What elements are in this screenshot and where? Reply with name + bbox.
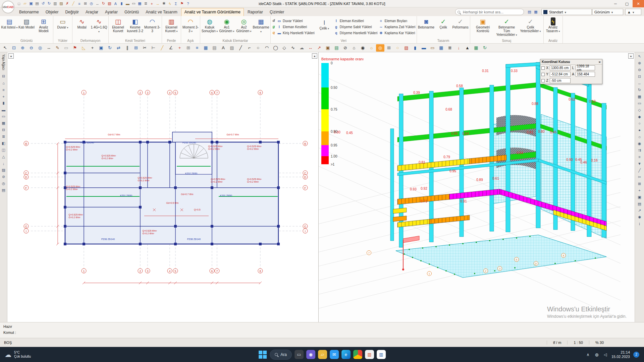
help-icon[interactable]: ?: [185, 1, 191, 6]
foundations-icon[interactable]: ⊟: [0, 127, 7, 133]
view-orientation-button[interactable]: ▲: [628, 53, 634, 59]
veri-item[interactable]: ≡Eleman Boyları: [379, 18, 415, 24]
pencil-icon[interactable]: ✎: [53, 44, 62, 52]
tab-analiz-ve-tasarim-goruntuleme[interactable]: Analiz ve Tasarım Görüntüleme: [181, 8, 244, 16]
command-prompt[interactable]: Komut :: [3, 329, 641, 336]
veri-item[interactable]: qDöşeme Hareketli Yükleri: [334, 30, 378, 36]
mirror-icon[interactable]: ⇄: [114, 44, 123, 52]
tab-araclar[interactable]: Araçlar: [83, 8, 101, 16]
beam-icon[interactable]: ▬: [125, 1, 130, 6]
layers-icon[interactable]: ≡: [636, 154, 643, 160]
pin-panel-icon[interactable]: ▤: [527, 9, 532, 15]
view-orientation-button[interactable]: ▲: [8, 53, 14, 59]
circle-icon[interactable]: ○: [254, 44, 262, 52]
table-icon[interactable]: ▦: [202, 44, 210, 52]
walkthrough-icon[interactable]: ⇉: [636, 147, 643, 154]
new-file-icon[interactable]: □: [16, 1, 22, 6]
mesh-icon[interactable]: ▦: [472, 44, 480, 52]
borders-icon[interactable]: ▤: [210, 44, 219, 52]
minimize-button[interactable]: ─: [610, 0, 621, 7]
analiz-modeli-button[interactable]: ⊞Analiz Modeli: [35, 17, 52, 33]
taskbar-clock[interactable]: 21:1415.02.2023: [611, 350, 630, 359]
image-icon[interactable]: ▤: [332, 44, 341, 52]
z-lock-checkbox[interactable]: [541, 79, 545, 82]
ellipse-icon[interactable]: ◯: [271, 44, 280, 52]
tab-objeler[interactable]: Objeler: [43, 8, 62, 16]
perde-eksenel-button[interactable]: ▥Eksenel Kuvvet: [163, 17, 180, 33]
app-logo[interactable]: ideCAD: [2, 1, 14, 13]
kati-model-button[interactable]: ▧Katı Model: [18, 17, 35, 29]
dimension-icon[interactable]: ↔: [306, 44, 315, 52]
veri-item[interactable]: IEleman Kesitleri: [277, 24, 315, 30]
axis-icon[interactable]: +: [149, 1, 155, 6]
text-icon[interactable]: A: [219, 44, 227, 52]
close-button[interactable]: ✕: [633, 0, 644, 7]
kat-listesi-button[interactable]: ▤Kat listesi: [1, 17, 18, 29]
celik-veri-button[interactable]: IÇelik: [316, 18, 333, 31]
zoom-out-icon[interactable]: ⊖: [636, 66, 643, 73]
slab-icon[interactable]: ▦: [137, 1, 143, 6]
refresh-icon[interactable]: ↻: [481, 44, 489, 52]
rotate-icon[interactable]: ↻: [101, 1, 106, 6]
monitor-app-icon[interactable]: ▭: [294, 350, 304, 359]
zoom-in-icon[interactable]: ⊕: [18, 44, 27, 52]
top-view-icon[interactable]: ▦: [636, 93, 643, 100]
text-icon[interactable]: A: [113, 1, 118, 6]
measure-icon[interactable]: ╱: [70, 1, 76, 6]
sections-icon[interactable]: ⊘: [0, 174, 7, 180]
section-icon[interactable]: ⊘: [341, 44, 350, 52]
eraser-icon[interactable]: ▭: [62, 44, 70, 52]
tab-ayarlar[interactable]: Ayarlar: [102, 8, 121, 16]
y-lock-checkbox[interactable]: [541, 73, 545, 76]
settings-icon[interactable]: ✱: [636, 214, 643, 221]
windows-icon[interactable]: ◫: [0, 147, 7, 154]
length-field[interactable]: 1399.18 cm: [576, 65, 595, 70]
betonarme-kabuk-button[interactable]: ▦Betonarme: [253, 17, 269, 34]
letter-q-icon[interactable]: q: [273, 30, 275, 35]
file-explorer-icon[interactable]: ▱: [318, 350, 327, 359]
front-view-icon[interactable]: ▭: [636, 100, 643, 107]
notification-badge[interactable]: 2: [633, 352, 639, 358]
wall-tool-icon[interactable]: ▭: [428, 44, 437, 52]
volume-icon[interactable]: ◁: [603, 352, 608, 357]
tab-analiz-ve-tasarim[interactable]: Analiz ve Tasarım: [143, 8, 180, 16]
start-button[interactable]: [258, 350, 267, 359]
angle-icon[interactable]: ∠: [167, 44, 175, 52]
kabuk-sonuclari-button[interactable]: ◍Kabuk Sonuçları: [201, 17, 218, 33]
doors-icon[interactable]: ◧: [0, 140, 7, 147]
kesme-kuvveti-button[interactable]: ◧Kesme kuvveti 2-2: [127, 17, 144, 33]
views-icon[interactable]: ◎: [0, 180, 7, 187]
project-tree-icon[interactable]: ⊟: [0, 73, 7, 80]
measure-icon[interactable]: ╱: [158, 44, 166, 52]
trim-icon[interactable]: ✂: [141, 44, 149, 52]
geometri-kontrolu-button[interactable]: ▣Geometri Kontrolü: [471, 17, 495, 33]
scale-indicator[interactable]: 1 : 50: [567, 341, 589, 345]
model-viewport[interactable]: ▲: [319, 52, 635, 322]
sum-icon[interactable]: Σ: [173, 1, 179, 6]
camera-icon[interactable]: ◉: [359, 44, 367, 52]
open-folder-icon[interactable]: ▱: [22, 1, 28, 6]
tab-raporlar[interactable]: Raporlar: [245, 8, 266, 16]
support-icon[interactable]: ▲: [463, 44, 472, 52]
as2-gorunen-button[interactable]: ◎As2 Görünen: [235, 17, 252, 33]
line-icon[interactable]: ╱: [236, 44, 245, 52]
beams-icon[interactable]: ▬: [0, 107, 7, 113]
print-icon[interactable]: ▤: [636, 200, 643, 207]
move-icon[interactable]: +: [88, 44, 97, 52]
x-coordinate-field[interactable]: 1300.85 cm: [550, 65, 571, 70]
move-icon[interactable]: ↔: [95, 1, 100, 6]
duvar-button[interactable]: ▭Duvar: [54, 17, 71, 29]
standart-combo[interactable]: Standart: [541, 9, 592, 15]
z-coordinate-field[interactable]: -50 cm: [550, 78, 571, 83]
view-orientation-button[interactable]: ▲: [312, 53, 317, 59]
zoom-extents-icon[interactable]: ◎: [36, 44, 44, 52]
column-icon[interactable]: ▮: [119, 1, 124, 6]
stairs-icon[interactable]: ≣: [0, 133, 7, 140]
hatch-icon[interactable]: ▨: [228, 44, 236, 52]
zoom-icon[interactable]: ◎: [89, 1, 94, 6]
veri-item[interactable]: gDöşeme Sabit Yükleri: [334, 24, 378, 30]
sun-icon[interactable]: ☼: [367, 44, 376, 52]
loads-icon[interactable]: ↓: [0, 160, 7, 167]
slabs-icon[interactable]: ▦: [0, 120, 7, 127]
asik-moment-button[interactable]: ◠Moment 3-3: [182, 17, 199, 33]
